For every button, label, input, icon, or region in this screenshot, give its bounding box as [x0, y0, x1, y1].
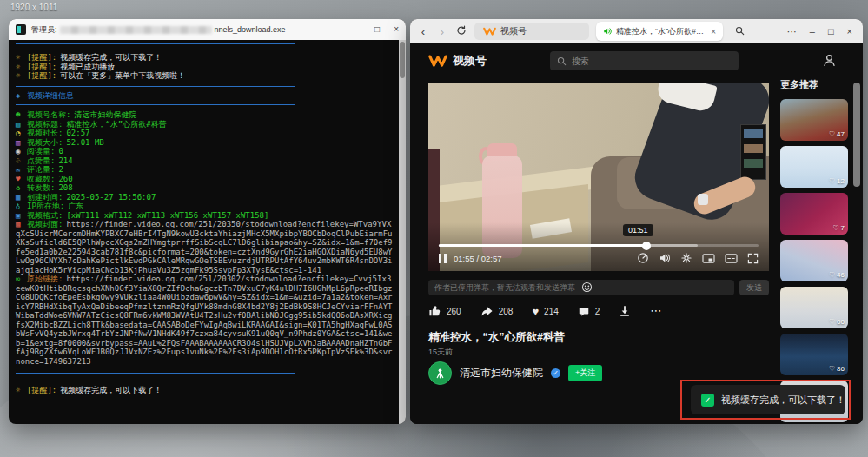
avatar[interactable]: [428, 361, 452, 385]
bulb-icon: ☼: [16, 71, 27, 81]
site-label: 视频号: [500, 25, 527, 37]
tab-close-icon[interactable]: ×: [711, 27, 716, 36]
image-icon: ▩: [16, 220, 27, 229]
favorites-icon: ♥: [16, 175, 27, 184]
fullscreen-icon[interactable]: [747, 253, 759, 264]
tab-title: 精准控水，“水”心所欲#科普: [616, 26, 706, 37]
pause-icon[interactable]: [439, 254, 447, 263]
filesize-icon: ▥: [16, 138, 27, 148]
section-icon: ◈: [16, 91, 27, 101]
author-name[interactable]: 清远市妇幼保健院: [460, 366, 543, 381]
heart-outline-icon: ♡: [829, 271, 835, 279]
danmaku-bar: 作者已停用弹幕，暂无法观看和发送弹幕: [428, 280, 734, 295]
more-actions-button[interactable]: ⋯: [650, 307, 662, 315]
comment-icon: [578, 306, 590, 317]
speaker-icon: [603, 27, 612, 36]
heart-outline-icon: ♡: [829, 130, 835, 138]
send-danmaku-button[interactable]: 发送: [739, 280, 769, 295]
heart-button[interactable]: ♥ 214: [532, 306, 558, 317]
channels-logo-icon: [483, 27, 496, 36]
heart-outline-icon: ♡: [829, 365, 835, 373]
recommended-video-thumbnail[interactable]: ♡46: [780, 240, 848, 281]
site-chip[interactable]: 视频号: [474, 23, 589, 40]
playback-speed-icon[interactable]: [637, 252, 649, 264]
forward-icon[interactable]: ›: [436, 25, 448, 38]
heart-outline-icon: ♡: [829, 177, 835, 185]
terminal-titlebar[interactable]: 管理员:nnels_download.exe – □ ×: [9, 19, 406, 40]
like-button[interactable]: 260: [428, 305, 461, 317]
profile-icon[interactable]: [822, 53, 837, 71]
emoji-icon[interactable]: [581, 281, 728, 295]
follow-button[interactable]: +关注: [568, 365, 602, 381]
divider: [16, 104, 295, 105]
reminder-line: ☼[提醒]:视频缓存完成，可以下载了！: [16, 386, 394, 395]
close-icon[interactable]: ×: [394, 19, 399, 40]
recommended-video-thumbnail[interactable]: ♡66: [780, 287, 848, 328]
pip-icon[interactable]: [702, 253, 715, 264]
info-row: ▣视频格式:[xWT111 xWT112 xWT113 xWT156 xWT15…: [16, 211, 394, 221]
info-row: ♥收藏数:260: [16, 175, 394, 184]
maximize-icon[interactable]: □: [374, 19, 380, 40]
search-input[interactable]: [572, 56, 711, 66]
bulb-icon: ☼: [16, 53, 27, 63]
browser-window: ‹ › 视频号 精准控水，“水”心所欲#科普 × ⋯ – □ ×: [410, 19, 863, 424]
sidebar-title: 更多推荐: [780, 78, 850, 91]
terminal-scrollbar-thumb[interactable]: [400, 42, 405, 78]
share-icon: [480, 305, 494, 317]
info-row: ▤视频标题:精准控水，“水”心所欲#科普: [16, 120, 394, 129]
info-row: ◔视频时长:02:57: [16, 129, 394, 138]
link-icon: ∞: [16, 275, 27, 284]
video-title: 精准控水，“水”心所欲#科普: [428, 330, 565, 345]
player-controls: 01:55 / 02:57: [439, 250, 759, 266]
recommended-video-thumbnail[interactable]: ♡47: [780, 99, 848, 141]
recommended-video-thumbnail[interactable]: ♡7: [780, 193, 848, 235]
browser-tab[interactable]: 精准控水，“水”心所欲#科普 ×: [596, 22, 723, 41]
video-frame: [428, 83, 769, 271]
like-icon: [428, 305, 441, 317]
search-icon[interactable]: [730, 25, 749, 38]
page-scrollbar-thumb[interactable]: [853, 83, 860, 187]
minimize-icon[interactable]: –: [356, 19, 361, 40]
console-app-icon: [16, 24, 26, 35]
brand-label: 视频号: [453, 53, 487, 69]
maximize-icon[interactable]: □: [828, 26, 834, 36]
recommended-video-thumbnail[interactable]: ♡12: [780, 146, 848, 188]
close-icon[interactable]: ×: [847, 26, 852, 36]
progress-bar[interactable]: [439, 244, 759, 247]
section-header: ◈视频详细信息: [16, 91, 394, 101]
reminder-line: ☼[提醒]:视频缓存完成，可以下载了！: [16, 53, 394, 63]
annotation-red-rectangle: [680, 380, 851, 420]
channels-brand[interactable]: 视频号: [428, 53, 487, 69]
settings-gear-icon[interactable]: [680, 252, 692, 264]
video-player[interactable]: 01:51 01:55 / 02:57: [428, 83, 769, 271]
minimize-icon[interactable]: –: [810, 26, 815, 36]
terminal-output: ☼[提醒]:视频缓存完成，可以下载了！ ☼[提醒]:视频已成功播放 ☼[提醒]:…: [9, 40, 399, 424]
recommended-video-thumbnail[interactable]: ♡86: [780, 334, 848, 375]
share-button[interactable]: 208: [480, 305, 514, 317]
back-icon[interactable]: ‹: [417, 25, 429, 38]
download-button[interactable]: [619, 305, 631, 317]
caption-icon[interactable]: [725, 253, 738, 264]
info-row: ☻视频号名称:清远市妇幼保健院: [16, 110, 394, 120]
refresh-icon[interactable]: [455, 25, 467, 38]
download-icon: [619, 305, 631, 317]
desktop: 1920 x 1011 管理员:nnels_download.exe – □ ×…: [0, 0, 868, 457]
browser-titlebar[interactable]: ‹ › 视频号 精准控水，“水”心所欲#科普 × ⋯ – □ ×: [410, 19, 863, 43]
channels-page: 视频号: [410, 43, 863, 424]
playhead-handle[interactable]: [642, 242, 651, 250]
search-box[interactable]: [550, 51, 739, 70]
channels-logo-icon: [428, 55, 447, 68]
heart-icon: ♥: [532, 306, 539, 317]
publish-date: 15天前: [428, 347, 453, 358]
origin-url-row: ∞原始链接:https://finder.video.qq.com/251/20…: [16, 275, 394, 366]
comment-button[interactable]: 2: [578, 306, 600, 317]
divider: [16, 43, 295, 44]
terminal-window: 管理员:nnels_download.exe – □ × ☼[提醒]:视频缓存完…: [9, 19, 406, 424]
more-icon[interactable]: ⋯: [787, 26, 797, 37]
volume-icon[interactable]: [659, 252, 671, 264]
location-icon: ♁: [16, 202, 27, 211]
danmaku-disabled-notice: 作者已停用弹幕，暂无法观看和发送弹幕: [434, 282, 581, 294]
terminal-scrollbar[interactable]: [399, 40, 406, 424]
info-row: ♁IP所在地:广东: [16, 202, 394, 211]
info-row: ◉阅读量:0: [16, 147, 394, 156]
